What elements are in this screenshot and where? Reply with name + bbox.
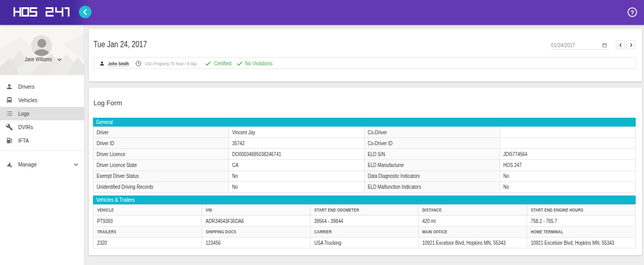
- svg-text:?: ?: [630, 9, 634, 16]
